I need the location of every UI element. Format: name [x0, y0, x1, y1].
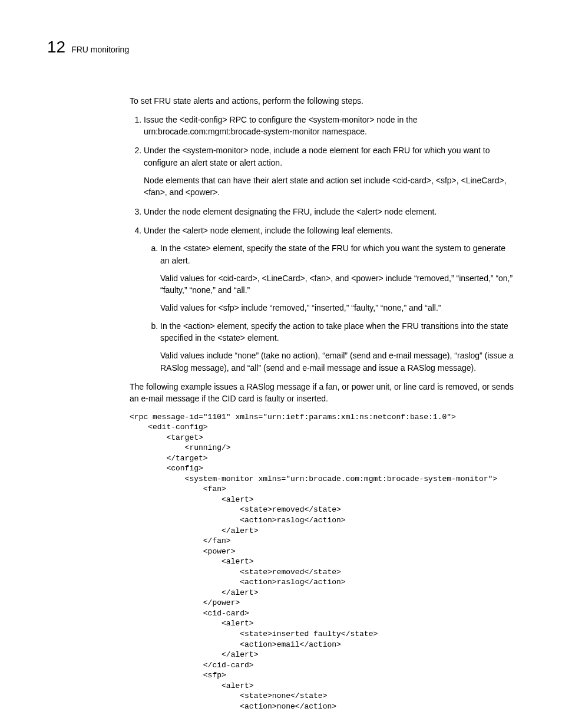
steps-list: Issue the <edit-config> RPC to configure… [130, 114, 515, 374]
substeps-list: In the <state> element, specify the stat… [144, 242, 515, 374]
step-4b-valid: Valid values include “none” (take no act… [160, 350, 515, 374]
step-2: Under the <system-monitor> node, include… [144, 144, 515, 198]
step-2-text: Under the <system-monitor> node, include… [144, 144, 515, 169]
step-3-text: Under the node element designating the F… [144, 206, 515, 218]
page-header: 12 FRU monitoring [47, 35, 515, 60]
intro-paragraph: To set FRU state alerts and actions, per… [130, 95, 515, 107]
step-4a-valid2: Valid values for <sfp> include “removed,… [160, 302, 515, 314]
step-2-note: Node elements that can have their alert … [144, 174, 515, 199]
step-4-text: Under the <alert> node element, include … [144, 225, 515, 236]
step-4b: In the <action> element, specify the act… [160, 320, 515, 374]
step-4a-text: In the <state> element, specify the stat… [160, 242, 515, 266]
step-4b-text: In the <action> element, specify the act… [160, 320, 515, 344]
step-1-text: Issue the <edit-config> RPC to configure… [144, 114, 515, 138]
chapter-number: 12 [47, 35, 65, 60]
page-body: To set FRU state alerts and actions, per… [130, 95, 515, 712]
step-3: Under the node element designating the F… [144, 206, 515, 218]
step-4a: In the <state> element, specify the stat… [160, 242, 515, 314]
step-4a-valid1: Valid values for <cid-card>, <LineCard>,… [160, 272, 515, 297]
step-1: Issue the <edit-config> RPC to configure… [144, 114, 515, 138]
step-4: Under the <alert> node element, include … [144, 225, 515, 374]
code-block: <rpc message-id="1101" xmlns="urn:ietf:p… [130, 412, 515, 712]
example-intro: The following example issues a RASlog me… [130, 381, 515, 405]
chapter-title: FRU monitoring [71, 44, 129, 55]
